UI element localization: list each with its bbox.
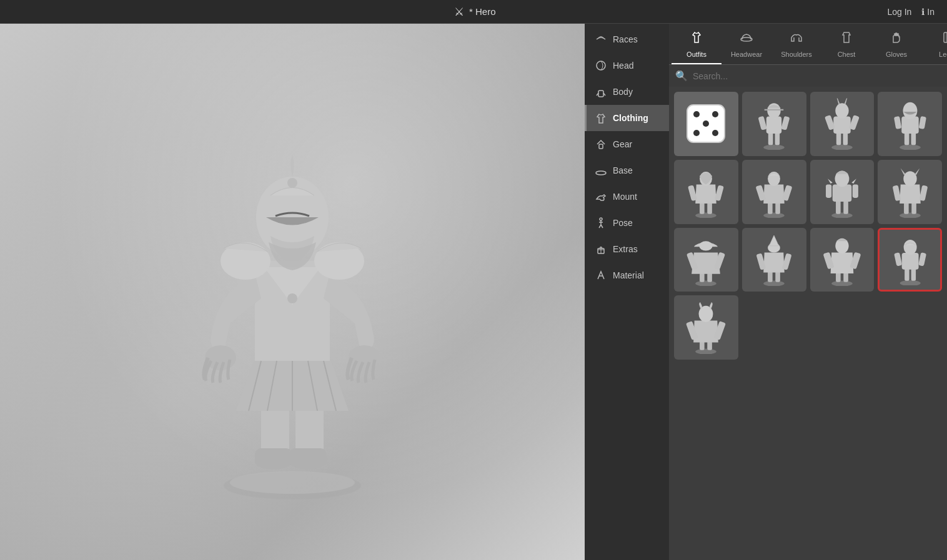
- grid-item-outfit-4[interactable]: [674, 160, 738, 224]
- search-icon: 🔍: [675, 70, 688, 82]
- grid-item-outfit-8[interactable]: [674, 228, 738, 292]
- svg-point-95: [763, 280, 785, 285]
- svg-point-107: [900, 280, 920, 285]
- sidebar-item-pose[interactable]: Pose: [585, 210, 669, 236]
- svg-rect-22: [598, 91, 603, 97]
- outfit-grid: [669, 87, 947, 560]
- right-panel: Races Head Body Clothing: [585, 24, 947, 560]
- svg-point-76: [831, 213, 853, 218]
- svg-point-43: [763, 145, 785, 150]
- svg-point-92: [700, 241, 713, 250]
- grid-item-outfit-1[interactable]: [742, 92, 806, 156]
- svg-rect-112: [894, 252, 902, 266]
- svg-rect-63: [918, 116, 926, 129]
- svg-rect-69: [715, 185, 724, 201]
- svg-rect-44: [768, 132, 773, 145]
- svg-rect-108: [905, 268, 909, 281]
- svg-point-101: [831, 280, 853, 285]
- gloves-tab-label: Gloves: [886, 51, 907, 58]
- sidebar-item-races[interactable]: Races: [585, 26, 669, 52]
- svg-rect-113: [918, 252, 926, 266]
- search-bar: 🔍: [669, 65, 947, 87]
- sidebar-label-head: Head: [613, 61, 633, 71]
- hero-icon: ⚔: [454, 5, 464, 19]
- svg-point-38: [693, 111, 700, 117]
- tab-gloves[interactable]: Gloves: [871, 26, 921, 64]
- sidebar-label-gear: Gear: [613, 139, 632, 149]
- grid-item-outfit-3[interactable]: [878, 92, 942, 156]
- info-icon: ℹ: [921, 7, 925, 17]
- grid-item-outfit-9[interactable]: [742, 228, 806, 292]
- sidebar-item-base[interactable]: Base: [585, 157, 669, 184]
- head-icon: [594, 59, 608, 72]
- character-figure: [174, 74, 411, 511]
- sidebar-item-body[interactable]: Body: [585, 79, 669, 105]
- svg-point-21: [597, 61, 605, 70]
- svg-point-86: [903, 171, 916, 186]
- outfits-tab-label: Outfits: [687, 51, 707, 58]
- svg-point-89: [696, 280, 717, 285]
- svg-point-41: [693, 130, 700, 136]
- tab-legs[interactable]: Legs: [921, 26, 947, 64]
- svg-point-26: [596, 171, 606, 175]
- sidebar-item-mount[interactable]: Mount: [585, 184, 669, 210]
- mount-icon: [594, 190, 608, 204]
- search-input[interactable]: [693, 71, 941, 81]
- headwear-tab-icon: [739, 30, 754, 48]
- 3d-viewport[interactable]: [0, 24, 585, 560]
- svg-rect-7: [289, 448, 327, 467]
- svg-point-1: [230, 471, 355, 494]
- sidebar-label-body: Body: [613, 87, 633, 97]
- tab-chest[interactable]: Chest: [821, 26, 871, 64]
- svg-rect-5: [255, 448, 292, 467]
- grid-item-outfit-10[interactable]: [810, 228, 875, 292]
- svg-rect-62: [894, 116, 901, 129]
- svg-rect-48: [781, 116, 790, 130]
- chest-tab-icon: [839, 30, 854, 48]
- sidebar-item-clothing[interactable]: Clothing: [585, 105, 669, 131]
- grid-item-outfit-2[interactable]: [810, 92, 875, 156]
- sidebar-item-head[interactable]: Head: [585, 52, 669, 79]
- clothing-icon: [594, 111, 608, 125]
- grid-item-dice[interactable]: [674, 92, 738, 156]
- outfits-tab-icon: [689, 30, 704, 48]
- grid-item-outfit-11[interactable]: [878, 228, 942, 292]
- info-label: In: [927, 7, 935, 17]
- sidebar-label-base: Base: [613, 165, 633, 175]
- svg-rect-47: [758, 116, 767, 130]
- svg-point-111: [903, 240, 916, 255]
- grid-item-outfit-7[interactable]: [878, 160, 942, 224]
- login-button[interactable]: Log In: [887, 7, 911, 17]
- sidebar-label-material: Material: [613, 270, 644, 280]
- svg-rect-45: [775, 132, 780, 145]
- svg-rect-58: [904, 132, 909, 145]
- pose-icon: [594, 216, 608, 230]
- svg-point-61: [903, 102, 917, 119]
- info-button[interactable]: ℹ In: [921, 7, 935, 17]
- svg-point-39: [712, 111, 718, 117]
- tab-headwear[interactable]: Headwear: [721, 26, 771, 64]
- sidebar-label-clothing: Clothing: [613, 113, 648, 123]
- sidebar-item-extras[interactable]: Extras: [585, 236, 669, 262]
- sidebar-item-material[interactable]: Material: [585, 262, 669, 288]
- grid-item-outfit-5[interactable]: [742, 160, 806, 224]
- sidebar-label-mount: Mount: [613, 192, 637, 202]
- svg-point-13: [287, 293, 297, 303]
- svg-point-70: [763, 213, 785, 218]
- grid-item-outfit-12[interactable]: [674, 295, 738, 360]
- svg-rect-59: [911, 132, 916, 145]
- svg-point-114: [696, 348, 717, 353]
- topbar: ⚔ * Hero Log In ℹ In: [0, 0, 947, 24]
- legs-tab-label: Legs: [939, 51, 947, 58]
- sidebar-item-gear[interactable]: Gear: [585, 131, 669, 157]
- grid-item-outfit-6[interactable]: [810, 160, 875, 224]
- svg-point-83: [900, 213, 921, 218]
- body-icon: [594, 85, 608, 99]
- category-tabs: Outfits Headwear Shoulders: [669, 24, 947, 65]
- svg-point-40: [703, 120, 709, 127]
- content-area: Outfits Headwear Shoulders: [669, 24, 947, 560]
- main-layout: Races Head Body Clothing: [0, 24, 947, 560]
- tab-shoulders[interactable]: Shoulders: [771, 26, 821, 64]
- tab-outfits[interactable]: Outfits: [672, 26, 721, 64]
- svg-point-20: [287, 178, 297, 188]
